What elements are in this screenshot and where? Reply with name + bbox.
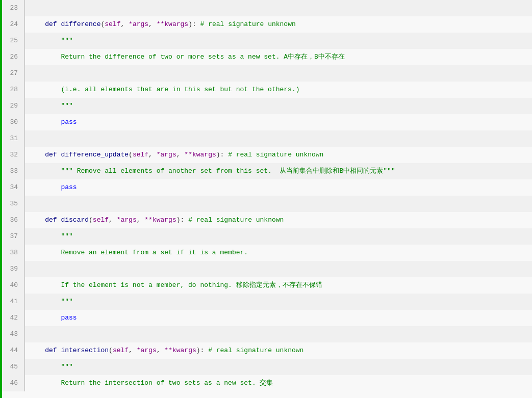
- code-token: intersection: [61, 347, 109, 354]
- line-content: pass: [25, 179, 532, 196]
- line-number: 40: [2, 277, 25, 294]
- line-number: 30: [2, 114, 25, 130]
- code-token: pass: [61, 183, 77, 191]
- line-number: 27: [2, 65, 25, 82]
- line-number: 33: [2, 163, 25, 179]
- code-token: (: [109, 347, 113, 354]
- code-token: discard: [61, 216, 89, 224]
- code-line: 30 pass: [2, 114, 532, 130]
- code-line: 39: [2, 261, 532, 277]
- code-token: *args: [117, 216, 137, 224]
- code-line: 24 def difference(self, *args, **kwargs)…: [2, 16, 532, 33]
- code-token: def: [45, 216, 61, 224]
- line-content: [25, 196, 532, 212]
- line-number: 25: [2, 33, 25, 49]
- code-token: [29, 53, 61, 61]
- line-content: """: [25, 294, 532, 310]
- code-token: *args: [129, 20, 148, 28]
- code-token: self: [113, 347, 129, 354]
- line-content: [25, 65, 532, 82]
- code-token: self: [93, 216, 109, 224]
- line-number: 42: [2, 310, 25, 326]
- code-line: 28 (i.e. all elements that are in this s…: [2, 82, 532, 98]
- line-number: 28: [2, 82, 25, 98]
- code-token: (i.e. all elements that are in this set …: [61, 86, 299, 93]
- code-token: Remove an element from a set if it is a …: [61, 249, 248, 256]
- code-token: *args: [137, 347, 157, 354]
- code-token: def: [45, 151, 61, 158]
- line-content: Remove an element from a set if it is a …: [25, 245, 532, 261]
- line-number: 44: [2, 342, 25, 359]
- code-token: """ Remove all elements of another set f…: [61, 167, 395, 175]
- code-line: 26 Return the difference of two or more …: [2, 49, 532, 65]
- code-token: ,: [129, 347, 137, 354]
- code-token: [29, 298, 61, 305]
- code-token: (: [89, 216, 93, 224]
- line-content: """: [25, 228, 532, 245]
- code-token: def: [45, 347, 61, 354]
- line-number: 45: [2, 359, 25, 375]
- code-line: 38 Remove an element from a set if it is…: [2, 245, 532, 261]
- line-number: 34: [2, 179, 25, 196]
- code-token: ,: [176, 151, 185, 158]
- code-token: [29, 86, 61, 93]
- code-token: # real signature unknown: [188, 216, 284, 224]
- code-token: self: [133, 151, 148, 158]
- code-token: [29, 118, 61, 126]
- line-content: [25, 130, 532, 147]
- code-token: """: [61, 37, 72, 44]
- code-token: **kwargs: [157, 20, 188, 28]
- code-token: """: [61, 298, 72, 305]
- line-content: def discard(self, *args, **kwargs): # re…: [25, 212, 532, 228]
- line-content: """ Remove all elements of another set f…: [25, 163, 532, 179]
- code-token: ):: [196, 347, 208, 354]
- line-number: 26: [2, 49, 25, 65]
- code-line: 45 """: [2, 359, 532, 375]
- line-number: 35: [2, 196, 25, 212]
- line-content: (i.e. all elements that are in this set …: [25, 82, 532, 98]
- line-number: 46: [2, 375, 25, 391]
- line-number: 38: [2, 245, 25, 261]
- code-token: ):: [216, 151, 228, 158]
- code-token: Return the difference of two or more set…: [61, 53, 344, 61]
- line-content: [25, 261, 532, 277]
- code-token: """: [61, 363, 72, 370]
- line-content: """: [25, 359, 532, 375]
- line-number: 31: [2, 130, 25, 147]
- line-number: 41: [2, 294, 25, 310]
- code-token: """: [61, 232, 72, 240]
- code-token: pass: [61, 314, 77, 322]
- line-content: Return the difference of two or more set…: [25, 49, 532, 65]
- code-token: # real signature unknown: [200, 20, 296, 28]
- code-token: self: [105, 20, 120, 28]
- code-token: [29, 20, 45, 28]
- line-content: [25, 0, 532, 16]
- line-content: pass: [25, 310, 532, 326]
- code-token: *args: [157, 151, 176, 158]
- code-token: pass: [61, 118, 77, 126]
- line-content: """: [25, 33, 532, 49]
- code-line: 43: [2, 326, 532, 342]
- code-token: [29, 102, 61, 110]
- code-line: 29 """: [2, 98, 532, 114]
- code-line: 33 """ Remove all elements of another se…: [2, 163, 532, 179]
- code-token: ,: [148, 151, 157, 158]
- line-number: 36: [2, 212, 25, 228]
- code-token: def: [45, 20, 61, 28]
- code-line: 35: [2, 196, 532, 212]
- line-content: def difference_update(self, *args, **kwa…: [25, 147, 532, 163]
- code-token: """: [61, 102, 72, 110]
- code-line: 42 pass: [2, 310, 532, 326]
- line-content: pass: [25, 114, 532, 130]
- code-token: **kwargs: [164, 347, 196, 354]
- code-token: [29, 151, 45, 158]
- code-line: 36 def discard(self, *args, **kwargs): #…: [2, 212, 532, 228]
- line-content: def difference(self, *args, **kwargs): #…: [25, 16, 532, 33]
- code-token: (: [129, 151, 133, 158]
- code-token: If the element is not a member, do nothi…: [61, 281, 322, 289]
- code-line: 40 If the element is not a member, do no…: [2, 277, 532, 294]
- line-number: 37: [2, 228, 25, 245]
- code-token: difference_update: [61, 151, 129, 158]
- line-number: 32: [2, 147, 25, 163]
- code-token: [29, 249, 61, 256]
